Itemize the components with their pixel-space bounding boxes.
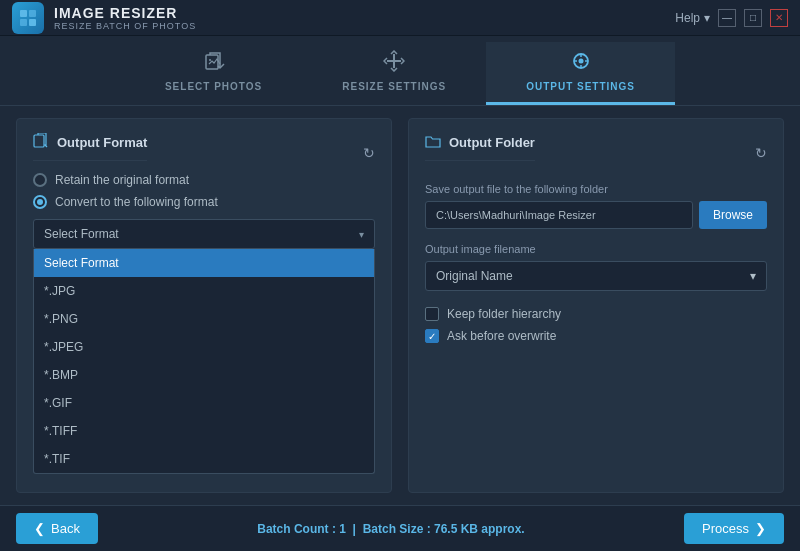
step-select-photos-label: SELECT PHOTOS bbox=[165, 81, 262, 92]
ask-before-overwrite-item[interactable]: Ask before overwrite bbox=[425, 329, 767, 343]
format-option-png[interactable]: *.PNG bbox=[34, 305, 374, 333]
app-logo bbox=[12, 2, 44, 34]
step-resize-settings-label: RESIZE SETTINGS bbox=[342, 81, 446, 92]
svg-rect-2 bbox=[20, 19, 27, 26]
process-button[interactable]: Process ❯ bbox=[684, 513, 784, 544]
ask-overwrite-checkbox bbox=[425, 329, 439, 343]
filename-dropdown-arrow: ▾ bbox=[750, 269, 756, 283]
title-bar-left: IMAGE RESIZER RESIZE BATCH OF PHOTOS bbox=[12, 2, 196, 34]
svg-point-6 bbox=[578, 59, 583, 64]
browse-button[interactable]: Browse bbox=[699, 201, 767, 229]
resize-settings-icon bbox=[383, 50, 405, 77]
convert-radio-circle bbox=[33, 195, 47, 209]
step-resize-settings[interactable]: RESIZE SETTINGS bbox=[302, 42, 486, 105]
maximize-button[interactable]: □ bbox=[744, 9, 762, 27]
steps-nav: SELECT PHOTOS RESIZE SETTINGS OUTPUT SET… bbox=[0, 36, 800, 106]
title-bar-right: Help ▾ — □ ✕ bbox=[675, 9, 788, 27]
title-bar: IMAGE RESIZER RESIZE BATCH OF PHOTOS Hel… bbox=[0, 0, 800, 36]
format-option-gif[interactable]: *.GIF bbox=[34, 389, 374, 417]
retain-original-option[interactable]: Retain the original format bbox=[33, 173, 375, 187]
step-output-settings[interactable]: OUTPUT SETTINGS bbox=[486, 42, 675, 105]
app-name: IMAGE RESIZER bbox=[54, 5, 196, 21]
back-button[interactable]: ❮ Back bbox=[16, 513, 98, 544]
main-content: Output Format ↻ Retain the original form… bbox=[0, 106, 800, 505]
select-photos-icon bbox=[203, 50, 225, 77]
step-select-photos[interactable]: SELECT PHOTOS bbox=[125, 42, 302, 105]
output-settings-icon bbox=[570, 50, 592, 77]
keep-folder-hierarchy-item[interactable]: Keep folder hierarchy bbox=[425, 307, 767, 321]
output-format-title: Output Format bbox=[33, 133, 147, 161]
step-output-settings-label: OUTPUT SETTINGS bbox=[526, 81, 635, 92]
output-folder-title: Output Folder bbox=[425, 133, 535, 161]
close-button[interactable]: ✕ bbox=[770, 9, 788, 27]
output-format-refresh-icon[interactable]: ↻ bbox=[363, 145, 375, 161]
svg-point-5 bbox=[209, 59, 211, 61]
svg-rect-1 bbox=[29, 10, 36, 17]
output-format-header: Output Format ↻ bbox=[33, 133, 375, 173]
svg-rect-0 bbox=[20, 10, 27, 17]
output-folder-header: Output Folder ↻ bbox=[425, 133, 767, 173]
app-title-block: IMAGE RESIZER RESIZE BATCH OF PHOTOS bbox=[54, 5, 196, 31]
format-option-jpg[interactable]: *.JPG bbox=[34, 277, 374, 305]
filename-label: Output image filename bbox=[425, 243, 767, 255]
folder-hierarchy-checkbox bbox=[425, 307, 439, 321]
format-option-jpeg[interactable]: *.JPEG bbox=[34, 333, 374, 361]
output-format-panel: Output Format ↻ Retain the original form… bbox=[16, 118, 392, 493]
output-folder-icon bbox=[425, 133, 441, 152]
output-folder-refresh-icon[interactable]: ↻ bbox=[755, 145, 767, 161]
retain-radio-circle bbox=[33, 173, 47, 187]
format-option-bmp[interactable]: *.BMP bbox=[34, 361, 374, 389]
help-button[interactable]: Help ▾ bbox=[675, 11, 710, 25]
output-format-icon bbox=[33, 133, 49, 152]
format-dropdown-button[interactable]: Select Format ▾ bbox=[33, 219, 375, 249]
format-dropdown-list: Select Format *.JPG *.PNG *.JPEG *.BMP *… bbox=[33, 249, 375, 474]
filename-dropdown[interactable]: Original Name ▾ bbox=[425, 261, 767, 291]
checkbox-group: Keep folder hierarchy Ask before overwri… bbox=[425, 307, 767, 343]
convert-format-option[interactable]: Convert to the following format bbox=[33, 195, 375, 209]
app-subtitle: RESIZE BATCH OF PHOTOS bbox=[54, 21, 196, 31]
process-arrow-icon: ❯ bbox=[755, 521, 766, 536]
format-option-tiff[interactable]: *.TIFF bbox=[34, 417, 374, 445]
format-dropdown-wrapper: Select Format ▾ Select Format *.JPG *.PN… bbox=[33, 219, 375, 249]
folder-path-label: Save output file to the following folder bbox=[425, 183, 767, 195]
format-radio-group: Retain the original format Convert to th… bbox=[33, 173, 375, 209]
format-option-select-format[interactable]: Select Format bbox=[34, 249, 374, 277]
output-folder-panel: Output Folder ↻ Save output file to the … bbox=[408, 118, 784, 493]
format-dropdown-arrow: ▾ bbox=[359, 229, 364, 240]
folder-row: Browse bbox=[425, 201, 767, 229]
svg-rect-7 bbox=[34, 135, 44, 147]
footer: ❮ Back Batch Count : 1 | Batch Size : 76… bbox=[0, 505, 800, 551]
footer-info: Batch Count : 1 | Batch Size : 76.5 KB a… bbox=[257, 522, 524, 536]
minimize-button[interactable]: — bbox=[718, 9, 736, 27]
back-arrow-icon: ❮ bbox=[34, 521, 45, 536]
format-option-tif[interactable]: *.TIF bbox=[34, 445, 374, 473]
svg-rect-4 bbox=[206, 55, 218, 69]
svg-rect-3 bbox=[29, 19, 36, 26]
folder-path-input[interactable] bbox=[425, 201, 693, 229]
